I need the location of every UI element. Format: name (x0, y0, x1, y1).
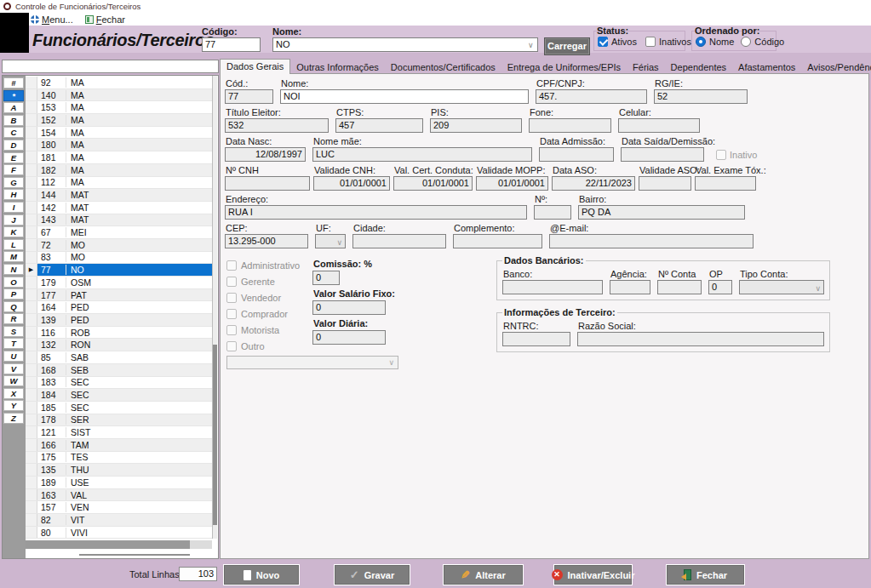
fechar-button[interactable]: Fechar (666, 564, 745, 585)
employee-row[interactable]: 181 MA (26, 151, 212, 164)
alphabet-button[interactable]: # (3, 77, 24, 88)
cod-field[interactable]: 77 (225, 89, 273, 104)
rg-field[interactable]: 52 (654, 89, 748, 104)
role-checkbox[interactable]: Motorista (226, 322, 300, 338)
salario-field[interactable]: 0 (312, 300, 386, 315)
comissao-field[interactable]: 0 (312, 271, 340, 285)
email-field[interactable] (549, 234, 754, 248)
alphabet-button[interactable]: W (3, 375, 24, 386)
data-aso-field[interactable]: 22/11/2023 (552, 176, 635, 191)
role-checkbox[interactable]: Vendedor (226, 289, 300, 305)
employee-row[interactable]: 92 MA (26, 77, 212, 89)
vertical-scrollbar-thumb[interactable] (213, 345, 217, 525)
alphabet-button[interactable]: Z (3, 413, 24, 424)
rntrc-field[interactable] (502, 332, 570, 346)
employee-row[interactable]: 168 SEB (26, 364, 212, 377)
cpf-field[interactable]: 457. (536, 89, 647, 104)
val-mopp-field[interactable]: 01/01/0001 (476, 176, 548, 191)
role-checkbox[interactable]: Administrativo (226, 257, 300, 273)
employee-row[interactable]: 139 PED (26, 314, 212, 327)
tab[interactable]: Férias (627, 60, 665, 74)
alphabet-button[interactable]: M (3, 251, 24, 262)
alphabet-button[interactable]: B (3, 115, 24, 126)
op-field[interactable]: 0 (708, 280, 732, 294)
cep-field[interactable]: 13.295-000 (225, 234, 308, 248)
novo-button[interactable]: Novo (223, 564, 300, 585)
val-cert-field[interactable]: 01/01/0001 (393, 176, 473, 191)
tab[interactable]: Avisos/Pendências (801, 60, 871, 74)
alphabet-button[interactable]: N (3, 264, 24, 275)
data-admissao-field[interactable] (539, 147, 614, 162)
data-saida-field[interactable] (621, 147, 704, 162)
employee-row[interactable]: 179 OSM (26, 277, 212, 289)
panel-resize-grip[interactable] (79, 554, 190, 556)
nome-combobox[interactable]: NO ∨ (272, 37, 538, 52)
tab[interactable]: Outras Informações (290, 60, 385, 74)
alphabet-button[interactable]: J (3, 214, 24, 225)
uf-select[interactable] (315, 234, 346, 248)
tab[interactable]: Entrega de Uniformes/EPIs (501, 60, 627, 74)
employee-row[interactable]: 184 SEC (26, 389, 212, 402)
razao-social-field[interactable] (577, 332, 824, 346)
pis-field[interactable]: 209 (430, 118, 522, 133)
val-cnh-field[interactable]: 01/01/0001 (313, 176, 390, 191)
alphabet-button[interactable]: G (3, 177, 24, 188)
alphabet-button[interactable]: V (3, 363, 24, 374)
tab[interactable]: Dados Gerais (220, 59, 290, 74)
tab[interactable]: Dependentes (665, 60, 732, 74)
employee-row[interactable]: 135 THU (26, 464, 212, 477)
inativar-excluir-button[interactable]: ✕ Inativar/Excluir (553, 564, 633, 585)
employee-row[interactable]: 175 TES (26, 452, 212, 465)
alphabet-button[interactable]: K (3, 226, 24, 237)
employee-row[interactable]: 143 MAT (26, 214, 212, 227)
menu-item-fechar[interactable]: Fechar (85, 14, 125, 25)
alphabet-button[interactable]: U (3, 351, 24, 362)
nome-mae-field[interactable]: LUC (312, 147, 532, 162)
alphabet-button[interactable]: S (3, 326, 24, 337)
employee-row[interactable]: 185 SEC (26, 402, 212, 414)
employee-row[interactable]: 177 PAT (26, 289, 212, 302)
employee-row[interactable]: 67 MEI (26, 226, 212, 239)
alphabet-button[interactable]: F (3, 164, 24, 175)
nome-field[interactable]: NOI (280, 89, 529, 104)
vertical-scrollbar[interactable] (212, 76, 217, 539)
val-aso-field[interactable] (639, 176, 691, 191)
endereco-field[interactable]: RUA I (225, 205, 527, 220)
role-checkbox[interactable]: Comprador (226, 305, 300, 322)
employee-row[interactable]: 85 SAB (26, 351, 212, 364)
employee-row[interactable]: 152 MA (26, 114, 212, 127)
employee-row[interactable]: 72 MO (26, 239, 212, 252)
employee-row[interactable]: 163 VAL (26, 489, 212, 502)
role-combobox[interactable] (226, 356, 398, 369)
val-exame-field[interactable] (695, 176, 756, 191)
alphabet-button[interactable]: O (3, 277, 24, 288)
alphabet-button[interactable]: X (3, 388, 24, 399)
data-nasc-field[interactable]: 12/08/1997 (225, 147, 306, 162)
employee-row[interactable]: 166 TAM (26, 439, 212, 452)
alphabet-button[interactable]: I (3, 202, 24, 213)
alterar-button[interactable]: ✎ Alterar (443, 564, 524, 585)
complemento-field[interactable] (453, 234, 542, 248)
chevron-down-icon[interactable]: ∨ (528, 42, 535, 49)
alphabet-button[interactable]: Q (3, 301, 24, 312)
employee-row[interactable]: 77 NO (26, 264, 212, 277)
employee-row[interactable]: 132 RON (26, 339, 212, 351)
cidade-field[interactable] (352, 234, 446, 248)
employee-row[interactable]: 180 MA (26, 139, 212, 151)
ctps-field[interactable]: 457 (335, 118, 423, 133)
role-checkbox[interactable]: Outro (226, 338, 300, 354)
horizontal-scrollbar[interactable] (26, 540, 212, 549)
gravar-button[interactable]: ✓ Gravar (334, 564, 410, 585)
employee-row[interactable]: 80 VIVI (26, 527, 212, 539)
bairro-field[interactable]: PQ DA (578, 205, 745, 220)
tab[interactable]: Afastamentos (732, 60, 801, 74)
codigo-input[interactable]: 77 (202, 37, 261, 52)
diaria-field[interactable]: 0 (312, 330, 386, 345)
employee-row[interactable]: 178 SER (26, 414, 212, 427)
inativo-checkbox[interactable]: Inativo (716, 150, 757, 160)
employee-row[interactable]: 116 ROB (26, 327, 212, 340)
tab[interactable]: Documentos/Certificados (385, 60, 501, 74)
employee-row[interactable]: 83 MO (26, 252, 212, 265)
ativos-checkbox[interactable]: Ativos (598, 37, 637, 47)
employee-row[interactable]: 183 SEC (26, 377, 212, 390)
